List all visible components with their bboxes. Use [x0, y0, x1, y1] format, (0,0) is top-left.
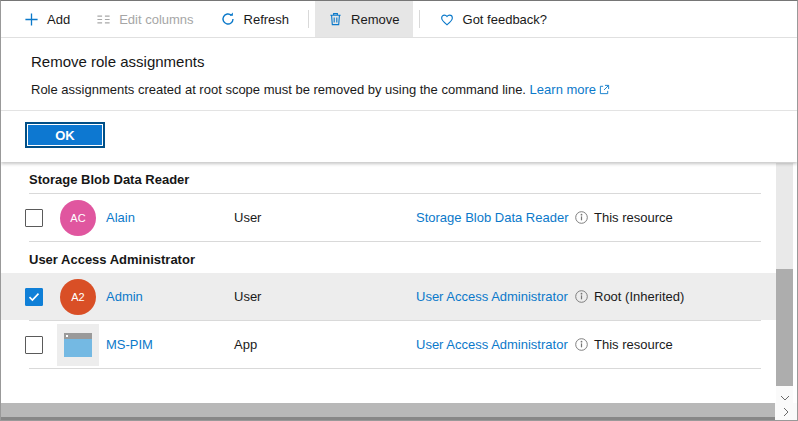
group-header: User Access Administrator	[1, 242, 777, 273]
feedback-label: Got feedback?	[463, 12, 548, 27]
remove-role-assignments-dialog: Remove role assignments Role assignments…	[1, 38, 797, 162]
dialog-message-text: Role assignments created at root scope m…	[31, 82, 526, 97]
row-scope: Root (Inherited)	[594, 289, 777, 304]
row-name-link[interactable]: Admin	[106, 289, 234, 304]
row-scope: This resource	[594, 337, 777, 352]
app-window-icon	[57, 324, 99, 366]
dialog-title: Remove role assignments	[1, 38, 797, 70]
edit-columns-label: Edit columns	[119, 12, 193, 27]
avatar: A2	[60, 279, 96, 315]
vertical-scrollbar-thumb[interactable]	[776, 269, 793, 386]
row-checkbox[interactable]	[25, 336, 43, 354]
feedback-button[interactable]: Got feedback?	[426, 1, 561, 37]
add-button[interactable]: Add	[11, 1, 83, 37]
add-label: Add	[47, 12, 70, 27]
info-icon[interactable]	[574, 289, 589, 304]
row-checkbox[interactable]	[25, 288, 43, 306]
row-role-link[interactable]: User Access Administrator	[416, 289, 568, 304]
dialog-divider	[1, 110, 797, 111]
info-icon[interactable]	[574, 337, 589, 352]
ok-button[interactable]: OK	[25, 122, 105, 148]
external-link-icon	[599, 84, 610, 95]
edit-columns-icon	[96, 12, 111, 27]
row-role-link[interactable]: User Access Administrator	[416, 337, 568, 352]
row-name-link[interactable]: Alain	[106, 210, 234, 225]
group-header: Storage Blob Data Reader	[1, 162, 777, 193]
avatar: AC	[60, 200, 96, 236]
row-type: User	[234, 210, 416, 225]
refresh-label: Refresh	[244, 12, 290, 27]
divider	[29, 368, 761, 369]
role-assignments-list: Storage Blob Data Reader AC Alain User S…	[1, 162, 777, 369]
refresh-icon	[220, 11, 236, 27]
heart-icon	[439, 12, 455, 27]
learn-more-link[interactable]: Learn more	[530, 82, 610, 97]
toolbar-separator	[419, 10, 420, 28]
chevron-right-icon	[783, 403, 789, 421]
table-row[interactable]: MS-PIM App User Access Administrator Thi…	[1, 321, 777, 368]
dialog-message: Role assignments created at root scope m…	[1, 70, 797, 97]
role-assignments-pane: Add Edit columns Refresh	[0, 0, 798, 421]
edit-columns-button[interactable]: Edit columns	[83, 1, 206, 37]
vertical-scrollbar[interactable]	[776, 163, 793, 405]
plus-icon	[24, 12, 39, 27]
trash-icon	[328, 11, 343, 27]
row-name-link[interactable]: MS-PIM	[106, 337, 234, 352]
row-role-link[interactable]: Storage Blob Data Reader	[416, 210, 568, 225]
horizontal-scrollbar-track[interactable]	[1, 403, 775, 420]
refresh-button[interactable]: Refresh	[207, 1, 303, 37]
remove-label: Remove	[351, 12, 399, 27]
scroll-right-button[interactable]	[775, 403, 797, 420]
row-type: App	[234, 337, 416, 352]
horizontal-scrollbar[interactable]	[1, 403, 797, 420]
row-scope: This resource	[594, 210, 777, 225]
row-type: User	[234, 289, 416, 304]
table-row[interactable]: A2 Admin User User Access Administrator …	[1, 273, 777, 320]
toolbar-separator	[308, 10, 309, 28]
toolbar: Add Edit columns Refresh	[1, 1, 797, 38]
table-row[interactable]: AC Alain User Storage Blob Data Reader T…	[1, 194, 777, 241]
remove-button[interactable]: Remove	[315, 1, 412, 37]
row-checkbox[interactable]	[25, 209, 43, 227]
info-icon[interactable]	[574, 210, 589, 225]
